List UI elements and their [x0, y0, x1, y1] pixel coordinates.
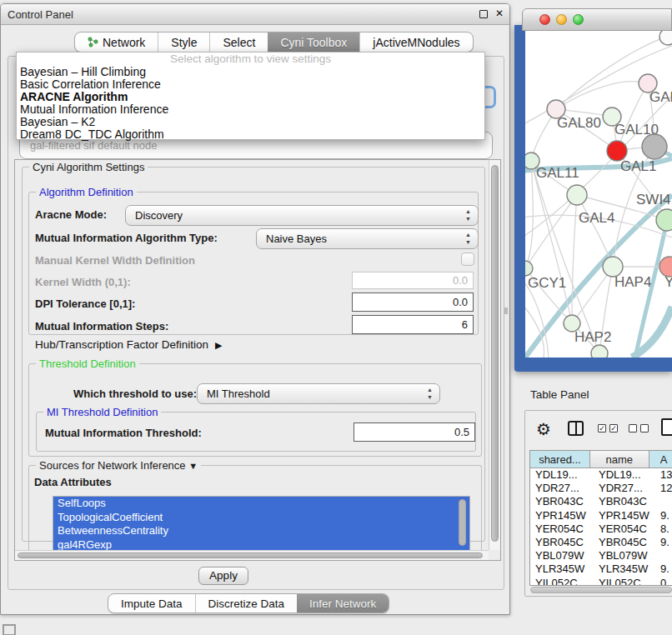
minimize-traffic-light[interactable] — [556, 14, 567, 25]
network-graph: GALGAL80GAL10GAL1GAL11SWI4GAL4GCY1HAP4YH… — [525, 31, 672, 358]
list-scrollbar-thumb[interactable] — [459, 499, 466, 546]
table-cell — [656, 549, 672, 562]
table-cell: 9. — [656, 562, 672, 576]
float-window-icon[interactable] — [479, 10, 488, 18]
column-visibility-icon[interactable] — [568, 421, 584, 436]
network-data-combobox-value: gal-filtered sif default node — [30, 139, 157, 152]
deselect-all-checkboxes-icon[interactable] — [629, 424, 649, 432]
table-settings-gear-icon[interactable]: ⚙ — [536, 419, 551, 439]
table-row[interactable]: YER054CYER054C8. — [530, 522, 672, 536]
algorithm-option[interactable]: ARACNE Algorithm — [17, 91, 484, 103]
data-attributes-list[interactable]: SelfLoopsTopologicalCoefficientBetweenne… — [53, 496, 470, 552]
which-threshold-combobox[interactable]: MI Threshold ▲▼ — [197, 383, 440, 404]
table-scrollbar-thumb[interactable] — [530, 587, 672, 593]
mi-algorithm-type-value: Naive Bayes — [266, 232, 327, 245]
network-node-label: GAL4 — [579, 210, 614, 226]
tab-style[interactable]: Style — [158, 32, 209, 52]
sources-legend-label: Sources for Network Inference — [39, 459, 186, 472]
table-cell: YER054C — [530, 522, 594, 536]
close-traffic-light[interactable] — [539, 14, 550, 25]
hub-definition-label: Hub/Transcription Factor Definition — [35, 338, 208, 351]
vertical-scrollbar[interactable] — [489, 160, 500, 550]
kernel-width-field[interactable]: 0.0 — [352, 272, 474, 289]
network-node[interactable] — [591, 345, 608, 358]
aracne-mode-combobox[interactable]: Discovery ▲▼ — [125, 205, 479, 226]
apply-button[interactable]: Apply — [198, 567, 248, 585]
tab-infer-network[interactable]: Infer Network — [297, 594, 389, 612]
tab-select[interactable]: Select — [209, 32, 268, 52]
table-column-header[interactable]: shared... — [530, 451, 590, 468]
algorithm-option[interactable]: Mutual Information Inference — [17, 103, 484, 116]
manual-kernel-width-checkbox[interactable] — [461, 252, 474, 266]
control-panel-titlebar[interactable]: Control Panel ✕ — [1, 4, 509, 25]
table-row[interactable]: YPR145WYPR145W9. — [530, 509, 672, 522]
aracne-mode-value: Discovery — [135, 209, 183, 222]
tab-cyni-toolbox-label: Cyni Toolbox — [280, 36, 347, 49]
tab-jactivemnodules-label: jActiveMNodules — [373, 36, 459, 49]
table-horizontal-scrollbar[interactable] — [529, 586, 672, 595]
combo-spinner-icon: ▲▼ — [427, 386, 433, 401]
network-node-label: GAL80 — [557, 115, 601, 131]
table-row[interactable]: YDL19...YDL19...13 — [530, 468, 672, 482]
algorithm-option[interactable]: Bayesian – Hill Climbing — [17, 66, 484, 78]
attribute-list-item[interactable]: TopologicalCoefficient — [53, 511, 469, 525]
expanded-arrow-icon: ▼ — [188, 461, 198, 471]
tab-cyni-toolbox[interactable]: Cyni Toolbox — [268, 32, 359, 52]
tab-impute-data[interactable]: Impute Data — [108, 594, 195, 612]
tab-jactivemnodules[interactable]: jActiveMNodules — [359, 32, 472, 52]
panel-grip-icon[interactable] — [3, 624, 16, 635]
network-canvas[interactable]: GALGAL80GAL10GAL1GAL11SWI4GAL4GCY1HAP4YH… — [525, 31, 672, 358]
table-row[interactable]: YBR045CYBR045C9. — [530, 536, 672, 549]
splitter-handle[interactable] — [504, 308, 508, 314]
horizontal-scrollbar[interactable] — [15, 550, 489, 560]
tab-network[interactable]: Network — [75, 32, 158, 52]
table-row[interactable]: YBL079WYBL079W — [530, 549, 672, 562]
network-node-swi4[interactable] — [656, 209, 672, 231]
table-cell: YDL19... — [530, 468, 594, 482]
network-edge — [525, 161, 533, 268]
tab-style-label: Style — [171, 36, 197, 49]
network-node[interactable] — [642, 134, 667, 159]
horizontal-scrollbar-thumb[interactable] — [18, 552, 483, 558]
table-cell: 0 — [656, 577, 672, 586]
table-row[interactable]: YBR043CYBR043C — [530, 495, 672, 508]
network-edge — [572, 195, 577, 323]
table-column-header[interactable]: name — [590, 451, 649, 468]
hub-definition-toggle[interactable]: Hub/Transcription Factor Definition▶ — [35, 338, 223, 351]
table-row[interactable]: YIL052CYIL052C0 — [530, 577, 672, 586]
table-cell: 13 — [656, 468, 672, 482]
mi-threshold-field[interactable]: 0.5 — [354, 422, 475, 442]
table-cell: YIL052C — [594, 577, 656, 586]
new-table-icon[interactable] — [661, 418, 672, 436]
mi-algorithm-type-combobox[interactable]: Naive Bayes ▲▼ — [256, 228, 479, 249]
table-row[interactable]: YLR345WYLR345W9. — [530, 562, 672, 576]
vertical-scrollbar-thumb[interactable] — [491, 165, 499, 542]
table-column-header[interactable]: A — [649, 451, 672, 468]
table-cell: YER054C — [594, 522, 656, 536]
network-node-gcy1[interactable] — [525, 261, 533, 276]
select-all-checkboxes-icon[interactable]: ✓✓ — [598, 424, 618, 432]
settings-scrollpane: Cyni Algorithm Settings Algorithm Defini… — [14, 159, 501, 561]
mi-steps-field[interactable]: 6 — [352, 315, 474, 334]
network-node-label: GCY1 — [528, 275, 566, 291]
network-window-titlebar[interactable] — [522, 8, 672, 31]
algorithm-option[interactable]: Dream8 DC_TDC Algorithm — [17, 128, 484, 141]
tab-discretize-data[interactable]: Discretize Data — [195, 594, 298, 612]
network-node-gal4[interactable] — [567, 185, 587, 205]
algorithm-option[interactable]: Bayesian – K2 — [17, 116, 484, 128]
sources-group: Sources for Network Inference ▼ Data Att… — [28, 465, 482, 557]
table-cell: YIL052C — [530, 577, 594, 586]
table-cell: YLR345W — [594, 562, 656, 576]
table-cell: YBL079W — [530, 549, 594, 562]
close-icon[interactable]: ✕ — [495, 8, 504, 19]
network-node[interactable] — [659, 31, 672, 45]
attribute-list-item[interactable]: SelfLoops — [53, 497, 469, 511]
attribute-list-item[interactable]: BetweennessCentrality — [53, 524, 469, 538]
dpi-tolerance-field[interactable]: 0.0 — [352, 292, 474, 312]
table-cell: 9. — [656, 509, 672, 522]
zoom-traffic-light[interactable] — [573, 14, 584, 25]
sources-legend[interactable]: Sources for Network Inference ▼ — [36, 459, 201, 472]
table-toolbar: ⚙ ✓✓ — [525, 411, 672, 449]
algorithm-option[interactable]: Basic Correlation Inference — [17, 78, 484, 91]
table-row[interactable]: YDR27...YDR27...12 — [530, 482, 672, 495]
